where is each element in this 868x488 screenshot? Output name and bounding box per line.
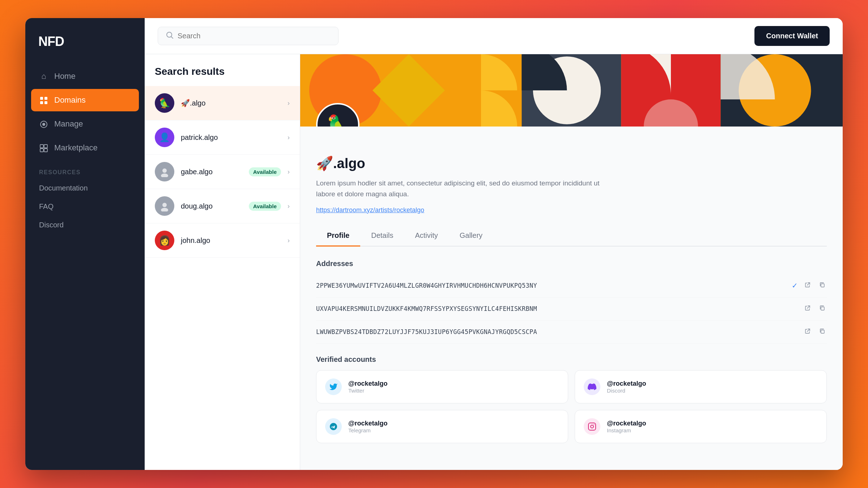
verified-card-discord[interactable]: @rocketalgo Discord	[575, 370, 827, 403]
svg-rect-9	[44, 149, 47, 152]
search-icon	[166, 31, 173, 40]
profile-avatar: 🦜	[316, 103, 359, 127]
sidebar-link-faq[interactable]: FAQ	[31, 198, 139, 215]
chevron-icon-gabe: ›	[288, 168, 290, 176]
svg-rect-7	[44, 145, 47, 148]
svg-point-12	[162, 168, 167, 173]
chevron-icon-john: ›	[288, 237, 290, 244]
home-icon: ⌂	[39, 72, 48, 81]
telegram-icon	[325, 418, 342, 435]
search-result-rocket[interactable]: 🦜 🚀.algo ›	[145, 86, 300, 120]
result-avatar-gabe	[155, 162, 174, 181]
address-row-2: LWUWBZPVBS24TDBDZ72LUYJJF75KUJ3IUP6YGG45…	[316, 321, 827, 344]
banner-pattern-svg	[300, 54, 843, 127]
result-name-gabe: gabe.algo	[181, 168, 242, 176]
marketplace-icon	[39, 143, 48, 153]
svg-rect-6	[40, 145, 43, 148]
tab-gallery[interactable]: Gallery	[449, 226, 493, 247]
address-copy-2[interactable]	[817, 326, 827, 338]
profile-tabs: Profile Details Activity Gallery	[316, 226, 827, 247]
app-window: NFD ⌂ Home Domains	[25, 18, 843, 470]
profile-name: 🚀.algo	[316, 155, 827, 171]
profile-banner: 🦜 Make an offer	[300, 54, 843, 127]
result-name-patrick: patrick.algo	[181, 133, 281, 142]
search-input[interactable]	[178, 32, 330, 40]
result-name-john: john.algo	[181, 236, 281, 245]
address-check-icon: ✓	[792, 281, 798, 290]
instagram-platform: Instagram	[607, 427, 646, 433]
address-copy-0[interactable]	[817, 280, 827, 291]
telegram-platform: Telegram	[348, 427, 388, 433]
result-name-doug: doug.algo	[181, 202, 242, 210]
profile-description: Lorem ipsum hodler sit amet, consectetur…	[316, 178, 613, 200]
result-avatar-rocket: 🦜	[155, 93, 174, 113]
verified-info-instagram: @rocketalgo Instagram	[607, 420, 646, 433]
sidebar-item-label-manage: Manage	[54, 119, 83, 129]
result-name-rocket: 🚀.algo	[181, 99, 281, 107]
profile-link[interactable]: https://dartroom.xyz/artists/rocketalgo	[316, 206, 827, 214]
svg-point-34	[591, 425, 593, 428]
search-result-gabe[interactable]: gabe.algo Available ›	[145, 155, 300, 189]
sidebar-item-label-home: Home	[54, 72, 76, 81]
svg-rect-0	[40, 97, 43, 100]
tab-activity[interactable]: Activity	[404, 226, 448, 247]
verified-info-twitter: @rocketalgo Twitter	[348, 380, 388, 394]
verified-card-twitter[interactable]: @rocketalgo Twitter	[316, 370, 568, 403]
header: Connect Wallet	[145, 18, 843, 54]
result-avatar-john: 👩	[155, 231, 174, 250]
svg-line-11	[171, 37, 173, 39]
logo-text: NFD	[38, 34, 64, 49]
search-result-john[interactable]: 👩 john.algo ›	[145, 223, 300, 258]
twitter-icon	[325, 378, 342, 395]
sidebar-item-manage[interactable]: Manage	[31, 113, 139, 135]
address-copy-1[interactable]	[817, 303, 827, 314]
result-avatar-patrick: 👤	[155, 128, 174, 147]
svg-point-13	[161, 174, 168, 177]
tab-details[interactable]: Details	[360, 226, 404, 247]
address-text-1: UXVAPU4KERSMNUILDVZUKKF4KMWQ7RFSSYPXYSEG…	[316, 305, 798, 312]
verified-card-telegram[interactable]: @rocketalgo Telegram	[316, 410, 568, 443]
connect-wallet-button[interactable]: Connect Wallet	[754, 26, 830, 46]
svg-point-5	[42, 123, 45, 126]
address-text-0: 2PPWE36YUMwUVIFTV2A6U4MLZLGR0W4GHYIRVHMU…	[316, 282, 787, 289]
verified-info-telegram: @rocketalgo Telegram	[348, 420, 388, 433]
search-panel: Search results 🦜 🚀.algo › 👤 patrick.algo…	[145, 54, 300, 470]
available-badge-gabe: Available	[249, 167, 281, 176]
sidebar-link-discord[interactable]: Discord	[31, 216, 139, 234]
sidebar-item-domains[interactable]: Domains	[31, 89, 139, 111]
svg-rect-32	[821, 330, 824, 333]
main-content: Connect Wallet Search results 🦜 🚀.algo ›…	[145, 18, 843, 470]
sidebar-item-label-domains: Domains	[54, 95, 86, 105]
svg-point-15	[161, 208, 168, 211]
content-area: Search results 🦜 🚀.algo › 👤 patrick.algo…	[145, 54, 843, 470]
svg-line-31	[807, 329, 810, 331]
sidebar-item-marketplace[interactable]: Marketplace	[31, 137, 139, 159]
sidebar-nav: ⌂ Home Domains	[25, 62, 145, 470]
address-external-link-0[interactable]	[803, 280, 812, 291]
sidebar-item-home[interactable]: ⌂ Home	[31, 65, 139, 87]
search-result-patrick[interactable]: 👤 patrick.algo ›	[145, 120, 300, 155]
svg-rect-33	[588, 423, 596, 430]
search-result-doug[interactable]: doug.algo Available ›	[145, 189, 300, 223]
verified-accounts-grid: @rocketalgo Twitter @rocketalgo Dis	[316, 370, 827, 443]
discord-icon	[584, 378, 600, 395]
search-box[interactable]	[158, 27, 339, 45]
verified-card-instagram[interactable]: @rocketalgo Instagram	[575, 410, 827, 443]
detail-panel: 🦜 Make an offer 🚀.algo Lorem ipsum ho	[300, 54, 843, 470]
address-row-1: UXVAPU4KERSMNUILDVZUKKF4KMWQ7RFSSYPXYSEG…	[316, 297, 827, 321]
svg-rect-30	[821, 307, 824, 310]
logo: NFD	[25, 18, 145, 62]
sidebar-link-docs[interactable]: Documentation	[31, 179, 139, 197]
tab-profile[interactable]: Profile	[316, 226, 360, 247]
svg-rect-8	[40, 149, 43, 152]
verified-accounts-title: Verified accounts	[316, 355, 827, 364]
domains-icon	[39, 95, 48, 105]
svg-rect-3	[44, 101, 47, 104]
twitter-handle: @rocketalgo	[348, 380, 388, 388]
address-external-link-1[interactable]	[803, 303, 812, 314]
svg-point-14	[162, 203, 167, 207]
address-external-link-2[interactable]	[803, 326, 812, 338]
svg-rect-2	[40, 101, 43, 104]
address-row-0: 2PPWE36YUMwUVIFTV2A6U4MLZLGR0W4GHYIRVHMU…	[316, 274, 827, 297]
svg-rect-28	[821, 284, 824, 287]
